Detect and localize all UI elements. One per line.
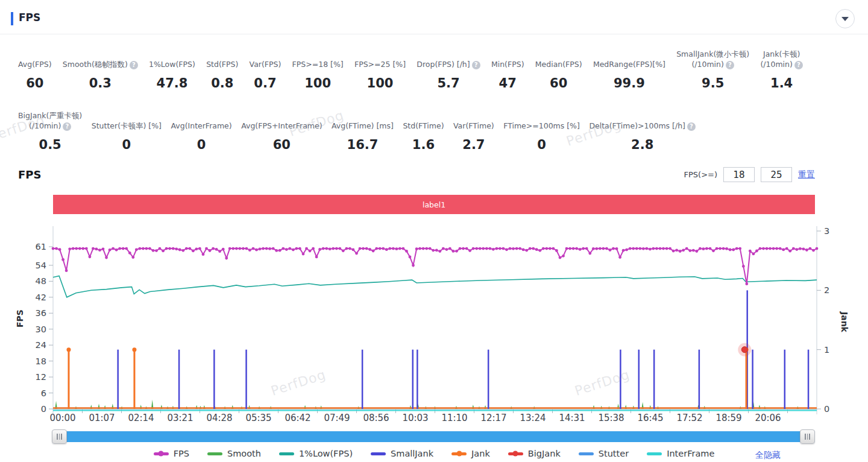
fps-point <box>168 247 171 250</box>
fps-point <box>395 247 398 250</box>
legend-item-smooth[interactable]: Smooth <box>207 449 261 458</box>
fps-point <box>365 247 368 250</box>
legend-item-1-low-fps-[interactable]: 1%Low(FPS) <box>279 449 353 458</box>
fps-point <box>195 247 198 250</box>
reset-link[interactable]: 重置 <box>798 169 815 180</box>
fps-point <box>665 247 668 250</box>
fps-point <box>362 247 365 250</box>
legend-item-bigjank[interactable]: BigJank <box>508 449 561 458</box>
fps-point <box>535 248 538 251</box>
fps-threshold-input-low[interactable] <box>723 167 755 182</box>
stat-label: Var(FTime) <box>453 111 494 131</box>
bigjank-point[interactable] <box>741 347 747 353</box>
fps-point <box>155 249 158 252</box>
stat-label: Min(FPS) <box>491 49 524 70</box>
stat-value: 16.7 <box>347 138 379 152</box>
fps-point <box>549 247 552 250</box>
help-icon[interactable]: ? <box>726 61 734 69</box>
fps-point <box>468 249 471 252</box>
y-left-tick-label: 36 <box>36 308 46 318</box>
fps-point <box>645 247 648 250</box>
fps-point <box>615 247 618 250</box>
chart-scrollbar-track[interactable] <box>53 431 815 442</box>
hide-all-link[interactable]: 全隐藏 <box>755 450 781 461</box>
legend-label: BigJank <box>528 449 561 458</box>
fps-point <box>766 247 769 250</box>
fps-point <box>632 247 635 250</box>
fps-point <box>175 247 178 250</box>
fps-point <box>485 247 488 250</box>
help-icon[interactable]: ? <box>130 61 138 69</box>
fps-point <box>432 249 435 252</box>
chart-section-title: FPS <box>18 168 41 181</box>
fps-point <box>255 248 258 252</box>
fps-point <box>642 247 645 250</box>
fps-point <box>462 247 465 250</box>
fps-point <box>472 247 475 250</box>
y-left-tick-label: 42 <box>36 293 46 302</box>
legend-swatch-icon <box>508 452 523 455</box>
fps-point <box>482 247 485 250</box>
fps-point <box>72 247 75 250</box>
fps-point <box>348 247 351 250</box>
stat-item: SmallJank(微小卡顿)(/10min)?9.5 <box>676 49 749 90</box>
help-icon[interactable]: ? <box>794 61 803 69</box>
stat-value: 1.6 <box>412 138 435 152</box>
legend-label: SmallJank <box>391 449 433 458</box>
fps-point <box>599 247 602 250</box>
fps-point <box>579 248 582 251</box>
jank-spike-dot <box>66 347 71 352</box>
fps-point <box>198 247 201 250</box>
x-tick-label: 02:14 <box>128 413 154 423</box>
stat-value: 0 <box>122 138 131 152</box>
fps-point <box>629 247 632 250</box>
stat-item: MedRange(FPS)[%]99.9 <box>593 49 665 90</box>
stat-value: 5.7 <box>437 76 459 90</box>
fps-point <box>295 247 298 250</box>
chart-canvas[interactable]: 615448423630241812603210FPSJank00:0001:0… <box>0 220 868 430</box>
stat-value: 60 <box>26 76 43 90</box>
fps-point <box>802 247 805 250</box>
fps-point <box>518 247 521 250</box>
fps-point <box>112 247 115 250</box>
stat-item: Delta(FTime)>100ms [/h]?2.8 <box>589 111 696 152</box>
fps-point <box>335 247 338 250</box>
fps-chart[interactable]: 615448423630241812603210FPSJank00:0001:0… <box>0 220 868 430</box>
fps-point <box>429 247 432 250</box>
stat-item: Var(FPS)0.7 <box>250 49 281 90</box>
help-icon[interactable]: ? <box>63 122 71 131</box>
legend-item-interframe[interactable]: InterFrame <box>647 449 714 458</box>
fps-point <box>762 247 765 250</box>
y-left-tick-label: 0 <box>41 404 46 414</box>
help-icon[interactable]: ? <box>687 122 696 131</box>
chart-label-banner[interactable]: label1 <box>53 195 815 214</box>
legend-item-jank[interactable]: Jank <box>451 449 490 458</box>
fps-point <box>218 250 221 253</box>
x-tick-label: 13:24 <box>520 413 546 423</box>
fps-point <box>285 248 288 251</box>
chart-legend: FPSSmooth1%Low(FPS)SmallJankJankBigJankS… <box>0 449 868 458</box>
stat-value: 100 <box>304 76 331 90</box>
fps-point <box>352 248 355 252</box>
x-tick-label: 17:52 <box>676 413 702 423</box>
legend-item-stutter[interactable]: Stutter <box>579 449 629 458</box>
fps-threshold-input-high[interactable] <box>761 167 792 182</box>
stat-item: Std(FTime)1.6 <box>403 111 444 152</box>
collapse-button[interactable] <box>835 9 855 28</box>
stat-item: Avg(FTime) [ms]16.7 <box>332 111 394 152</box>
scrollbar-right-handle[interactable] <box>800 429 815 444</box>
legend-item-fps[interactable]: FPS <box>154 449 189 458</box>
help-icon[interactable]: ? <box>472 61 480 69</box>
stat-label: FPS>=25 [%] <box>354 49 406 70</box>
fps-point <box>322 247 325 250</box>
legend-swatch-icon <box>279 452 294 455</box>
y-right-tick-label: 2 <box>824 285 829 295</box>
fps-point <box>448 247 451 250</box>
scrollbar-left-handle[interactable] <box>52 429 67 444</box>
fps-point <box>275 249 278 252</box>
legend-item-smalljank[interactable]: SmallJank <box>371 449 433 458</box>
fps-point <box>512 247 515 250</box>
chevron-down-icon <box>841 17 849 21</box>
fps-point <box>502 247 505 250</box>
fps-point <box>735 247 738 250</box>
